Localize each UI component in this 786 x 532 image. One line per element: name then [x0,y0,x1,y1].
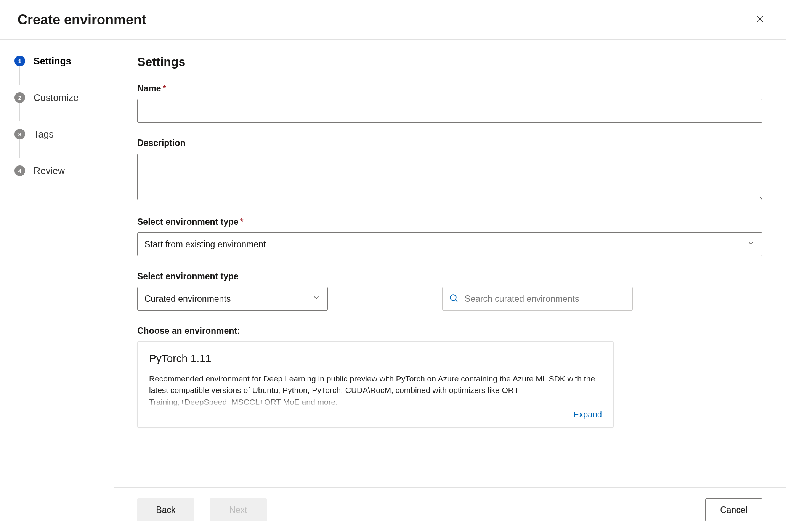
required-indicator: * [240,217,244,227]
description-label: Description [137,138,762,148]
select-value: Curated environments [144,294,231,304]
choose-env-label: Choose an environment: [137,326,762,336]
env-card-title: PyTorch 1.11 [149,353,602,365]
step-number-badge: 4 [14,165,25,176]
env-card-description: Recommended environment for Deep Learnin… [149,373,602,407]
wizard-steps-nav: 1 Settings 2 Customize 3 Tags 4 Review [0,40,114,532]
next-button[interactable]: Next [210,498,267,521]
step-label: Tags [34,129,54,140]
search-box[interactable] [442,287,633,311]
expand-link[interactable]: Expand [149,410,602,420]
step-customize[interactable]: 2 Customize [14,90,114,105]
page-heading: Settings [137,55,762,69]
step-tags[interactable]: 3 Tags [14,127,114,142]
svg-line-3 [455,300,457,301]
name-label: Name* [137,83,762,94]
chevron-down-icon [312,293,321,304]
chevron-down-icon [747,239,755,250]
close-icon [756,14,765,25]
step-number-badge: 1 [14,56,25,66]
env-type-select[interactable]: Start from existing environment [137,232,762,256]
svg-point-2 [450,295,456,300]
dialog-header: Create environment [0,0,786,40]
close-button[interactable] [753,13,767,27]
cancel-button[interactable]: Cancel [705,498,762,521]
content-scroll: Settings Name* Description Select enviro… [114,40,786,487]
step-review[interactable]: 4 Review [14,163,114,178]
env-type-label: Select environment type* [137,217,762,227]
main-panel: Settings Name* Description Select enviro… [114,40,786,532]
step-number-badge: 3 [14,129,25,139]
step-label: Customize [34,92,79,103]
description-textarea[interactable] [137,154,762,200]
step-settings[interactable]: 1 Settings [14,53,114,69]
env-source-select[interactable]: Curated environments [137,287,328,311]
required-indicator: * [163,83,166,93]
environment-card[interactable]: PyTorch 1.11 Recommended environment for… [137,341,614,428]
step-label: Settings [34,56,71,67]
name-input[interactable] [137,99,762,123]
select-value: Start from existing environment [144,239,266,250]
env-type2-label: Select environment type [137,271,762,282]
back-button[interactable]: Back [137,498,194,521]
step-label: Review [34,165,65,176]
search-input[interactable] [465,294,626,304]
wizard-footer: Back Next Cancel [114,487,786,532]
step-number-badge: 2 [14,92,25,103]
search-icon [449,293,459,304]
dialog-title: Create environment [18,12,146,28]
